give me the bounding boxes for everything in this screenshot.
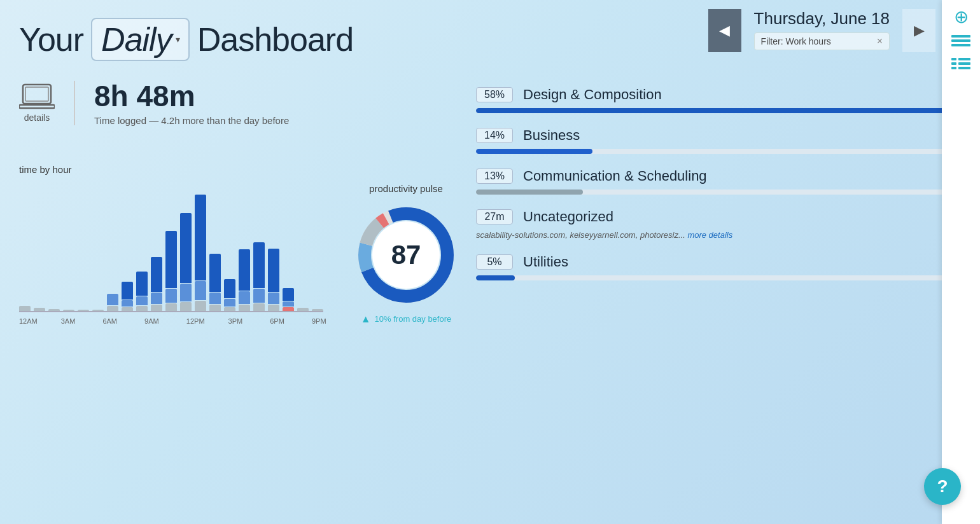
bar-group-11am xyxy=(180,213,192,311)
left-section: details 8h 48m Time logged — 4.2h more t… xyxy=(19,80,451,325)
x-label-6am: 6AM xyxy=(102,317,114,325)
filter-bar[interactable]: Filter: Work hours × xyxy=(754,32,890,50)
list-icon-2 xyxy=(951,57,970,71)
x-label-12pm: 12PM xyxy=(186,317,198,325)
category-utilities: 5% Utilities xyxy=(476,254,961,280)
nav-next-button[interactable]: ▶ xyxy=(902,9,935,52)
x-label-3pm: 3PM xyxy=(228,317,240,325)
nav-left-arrow-icon: ◀ xyxy=(719,22,730,39)
bar-chart xyxy=(19,185,323,312)
category-design: 58% Design & Composition xyxy=(476,86,961,113)
bar-chart-wrap: time by hour xyxy=(19,164,323,325)
category-communication-header: 13% Communication & Scheduling xyxy=(476,168,961,184)
bar-group-12am xyxy=(19,306,31,311)
page-title: Your Daily ▾ Dashboard xyxy=(19,18,353,61)
bar-group-8pm xyxy=(312,309,323,311)
category-business-bar-track xyxy=(476,149,961,154)
svg-rect-10 xyxy=(25,87,48,101)
bar-group-1pm xyxy=(209,254,221,311)
nav-prev-button[interactable]: ◀ xyxy=(708,9,741,52)
x-label-3am: 3AM xyxy=(61,317,73,325)
list-view-button-1[interactable] xyxy=(951,34,970,50)
svg-rect-8 xyxy=(958,67,970,69)
bar-group-2am xyxy=(48,309,60,311)
time-info: 8h 48m Time logged — 4.2h more than the … xyxy=(94,80,289,126)
right-panel: ⊕ xyxy=(942,0,980,524)
time-divider xyxy=(74,81,75,125)
x-label-9am: 9AM xyxy=(144,317,156,325)
category-uncategorized-name: Uncategorized xyxy=(523,209,613,225)
bar-group-6am xyxy=(107,294,118,311)
bar-group-7am xyxy=(122,282,133,311)
svg-rect-1 xyxy=(951,39,970,42)
filter-label: Filter: Work hours xyxy=(761,36,872,46)
charts-row: time by hour xyxy=(19,164,451,325)
svg-rect-4 xyxy=(958,58,970,60)
x-label-6pm: 6PM xyxy=(270,317,281,325)
category-communication: 13% Communication & Scheduling xyxy=(476,168,961,195)
category-uncategorized-header: 27m Uncategorized xyxy=(476,209,961,225)
donut-chart-label: productivity pulse xyxy=(369,183,443,194)
daily-badge[interactable]: Daily ▾ xyxy=(91,18,190,61)
donut-center-value: 87 xyxy=(391,240,421,270)
daily-dropdown-arrow[interactable]: ▾ xyxy=(176,34,179,45)
category-design-bar-fill xyxy=(476,108,961,113)
header: Your Daily ▾ Dashboard ◀ Thursday, June … xyxy=(0,0,980,74)
big-time: 8h 48m xyxy=(94,80,289,113)
categories-section: 58% Design & Composition 14% Business 13… xyxy=(476,80,961,325)
add-button[interactable]: ⊕ xyxy=(954,6,969,27)
nav-right-arrow-icon: ▶ xyxy=(914,22,925,39)
category-design-header: 58% Design & Composition xyxy=(476,86,961,103)
more-details-link[interactable]: more details xyxy=(687,230,732,240)
category-business-name: Business xyxy=(523,127,580,144)
category-communication-name: Communication & Scheduling xyxy=(523,168,707,184)
details-label: details xyxy=(24,113,50,123)
donut-sub-label: ▲ 10% from day before xyxy=(361,314,452,325)
time-summary: details 8h 48m Time logged — 4.2h more t… xyxy=(19,80,451,139)
bar-group-5pm xyxy=(268,249,279,311)
category-utilities-bar-fill xyxy=(476,275,515,280)
uncategorized-details: scalability-solutions.com, kelseyyarnell… xyxy=(476,230,961,240)
svg-rect-3 xyxy=(951,58,956,60)
svg-rect-5 xyxy=(951,62,956,65)
category-uncategorized-pct: 27m xyxy=(476,209,513,224)
main-content: details 8h 48m Time logged — 4.2h more t… xyxy=(0,74,980,338)
your-label: Your xyxy=(19,20,83,59)
bar-group-3am xyxy=(63,310,74,311)
category-business-pct: 14% xyxy=(476,128,513,143)
category-design-name: Design & Composition xyxy=(523,86,662,103)
plus-icon: ⊕ xyxy=(954,7,969,27)
list-icon-1 xyxy=(951,34,970,48)
donut-chart-wrap: productivity pulse xyxy=(349,183,463,325)
help-button[interactable]: ? xyxy=(924,468,961,505)
sub-time: Time logged — 4.2h more than the day bef… xyxy=(94,115,289,126)
svg-rect-7 xyxy=(951,67,956,69)
uncategorized-sites: scalability-solutions.com, kelseyyarnell… xyxy=(476,230,685,240)
x-label-12am: 12AM xyxy=(19,317,31,325)
bar-group-4pm xyxy=(253,242,265,311)
bar-group-9am xyxy=(151,257,162,311)
laptop-icon-wrap[interactable]: details xyxy=(19,83,55,123)
help-icon: ? xyxy=(937,476,948,497)
category-utilities-bar-track xyxy=(476,275,961,280)
bar-group-3pm xyxy=(239,249,250,311)
dashboard-label: Dashboard xyxy=(197,20,353,59)
category-business-header: 14% Business xyxy=(476,127,961,144)
category-design-pct: 58% xyxy=(476,87,513,102)
bar-group-6pm xyxy=(283,288,294,311)
category-uncategorized: 27m Uncategorized scalability-solutions.… xyxy=(476,209,961,240)
list-view-button-2[interactable] xyxy=(951,57,970,73)
svg-rect-11 xyxy=(19,105,55,108)
bar-group-8am xyxy=(136,272,148,311)
category-communication-bar-track xyxy=(476,190,961,195)
laptop-icon xyxy=(19,83,55,110)
category-utilities-header: 5% Utilities xyxy=(476,254,961,270)
category-utilities-pct: 5% xyxy=(476,254,513,270)
daily-label: Daily xyxy=(101,20,172,59)
bar-group-12pm xyxy=(195,195,206,311)
date-block: Thursday, June 18 Filter: Work hours × xyxy=(741,9,902,50)
bar-chart-label: time by hour xyxy=(19,164,323,175)
filter-close-button[interactable]: × xyxy=(877,36,883,47)
svg-rect-0 xyxy=(951,35,970,38)
bar-group-2pm xyxy=(224,279,235,311)
